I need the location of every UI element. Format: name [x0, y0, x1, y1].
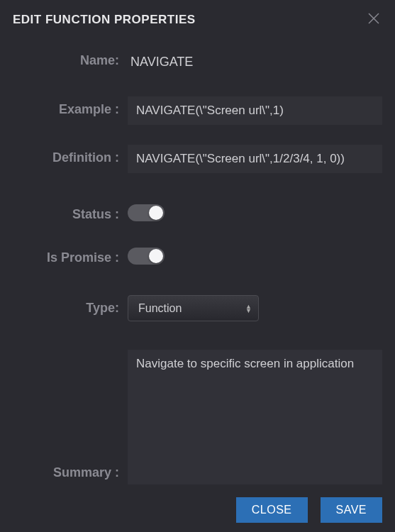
label-status: Status : — [7, 201, 128, 222]
row-definition: Definition : — [7, 145, 388, 173]
label-is-promise: Is Promise : — [7, 245, 128, 265]
example-input[interactable] — [128, 96, 382, 125]
row-name: Name: NAVIGATE — [7, 48, 388, 77]
modal-header: EDIT FUNCTION PROPERTIES — [0, 0, 395, 39]
type-select[interactable]: Function — [128, 295, 259, 321]
definition-input[interactable] — [128, 145, 382, 173]
row-summary: Summary : Navigate to specific screen in… — [7, 350, 388, 487]
save-button[interactable]: SAVE — [321, 497, 383, 523]
close-button[interactable]: CLOSE — [236, 497, 308, 523]
is-promise-toggle[interactable] — [128, 248, 165, 265]
label-summary: Summary : — [7, 465, 128, 487]
label-example: Example : — [7, 96, 128, 117]
modal-body: Name: NAVIGATE Example : Definition : St… — [0, 39, 395, 490]
status-toggle[interactable] — [128, 204, 165, 221]
modal-footer: CLOSE SAVE — [0, 490, 395, 532]
label-name: Name: — [7, 48, 128, 68]
row-example: Example : — [7, 96, 388, 125]
value-name: NAVIGATE — [128, 48, 382, 77]
row-is-promise: Is Promise : — [7, 245, 388, 265]
label-definition: Definition : — [7, 145, 128, 165]
label-type: Type: — [7, 295, 128, 316]
summary-textarea[interactable]: Navigate to specific screen in applicati… — [128, 350, 382, 484]
modal-title: EDIT FUNCTION PROPERTIES — [13, 13, 196, 27]
close-icon[interactable] — [365, 10, 382, 29]
toggle-knob-icon — [149, 206, 163, 220]
toggle-knob-icon — [149, 249, 163, 263]
edit-function-modal: EDIT FUNCTION PROPERTIES Name: NAVIGATE … — [0, 0, 395, 532]
row-status: Status : — [7, 201, 388, 222]
row-type: Type: Function ▲▼ — [7, 295, 388, 321]
